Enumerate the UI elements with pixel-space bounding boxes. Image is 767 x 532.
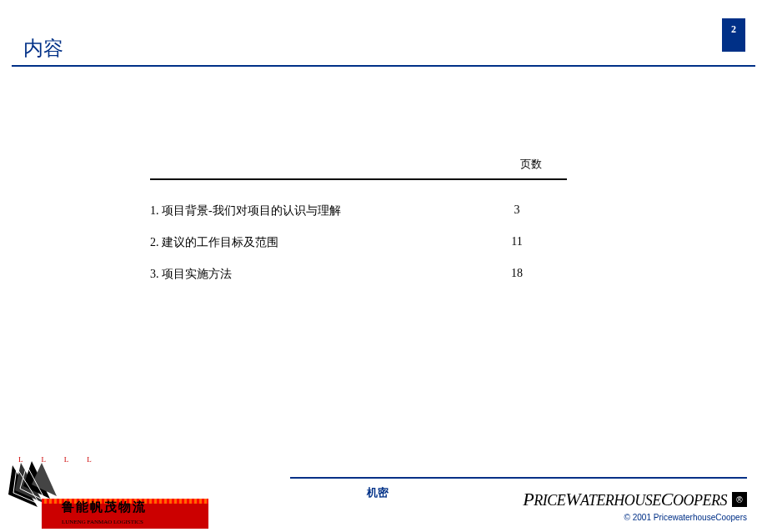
title-underline — [12, 65, 755, 67]
toc-item-page: 18 — [492, 267, 542, 282]
confidential-label: 机密 — [367, 485, 389, 500]
client-logo-subtext: LUNENG FANMAO LOGISTICS — [62, 519, 143, 525]
copyright-text: © 2001 PricewaterhouseCoopers — [624, 513, 747, 522]
toc-item-page: 11 — [492, 235, 542, 250]
toc-row: 2. 建议的工作目标及范围 11 — [150, 227, 567, 258]
toc-header-label: 页数 — [520, 157, 542, 172]
footer-divider — [290, 477, 747, 479]
toc-header-rule — [150, 178, 567, 180]
pwc-logo: PRICEWATERHOUSECOOPERS ® — [523, 489, 747, 510]
pwc-logo-text: PRICEWATERHOUSECOOPERS — [523, 489, 727, 510]
client-logo: L L L L 鲁能帆茂物流 LUNENG FANMAO LOGISTICS — [0, 457, 208, 532]
pwc-mark-icon: ® — [732, 492, 747, 507]
toc-item-label: 3. 项目实施方法 — [150, 267, 492, 282]
page-number: 2 — [731, 23, 736, 36]
toc-header: 页数 — [150, 157, 567, 178]
toc-item-label: 2. 建议的工作目标及范围 — [150, 235, 492, 250]
page-number-badge: 2 — [722, 18, 745, 52]
toc-row: 1. 项目背景-我们对项目的认识与理解 3 — [150, 195, 567, 227]
table-of-contents: 页数 1. 项目背景-我们对项目的认识与理解 3 2. 建议的工作目标及范围 1… — [150, 157, 567, 290]
client-logo-text: 鲁能帆茂物流 — [62, 499, 147, 515]
toc-row: 3. 项目实施方法 18 — [150, 258, 567, 290]
page-title: 内容 — [23, 35, 63, 62]
toc-item-page: 3 — [492, 203, 542, 218]
toc-item-label: 1. 项目背景-我们对项目的认识与理解 — [150, 203, 492, 218]
